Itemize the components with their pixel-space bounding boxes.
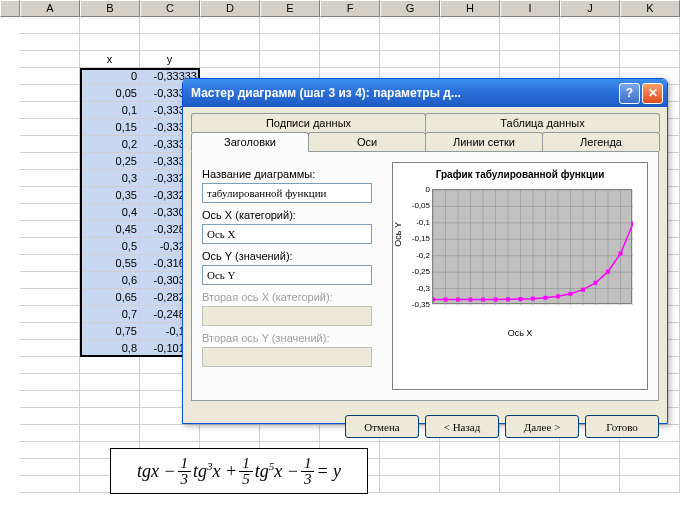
cell[interactable]: [20, 136, 80, 153]
cell[interactable]: [500, 17, 560, 34]
cell[interactable]: 0,15: [80, 119, 140, 136]
cell[interactable]: 0,2: [80, 136, 140, 153]
cell[interactable]: [80, 425, 140, 442]
col-header-I[interactable]: I: [500, 0, 560, 17]
cell[interactable]: [500, 51, 560, 68]
cell[interactable]: 0,7: [80, 306, 140, 323]
cell[interactable]: [20, 306, 80, 323]
cell[interactable]: 0,6: [80, 272, 140, 289]
cell[interactable]: [320, 34, 380, 51]
cell[interactable]: [20, 425, 80, 442]
tab-gridlines[interactable]: Линии сетки: [425, 132, 543, 151]
cell[interactable]: [20, 340, 80, 357]
cell[interactable]: [620, 34, 680, 51]
col-header-D[interactable]: D: [200, 0, 260, 17]
back-button[interactable]: < Назад: [425, 415, 499, 438]
cell[interactable]: [20, 357, 80, 374]
cell[interactable]: [380, 459, 440, 476]
cell[interactable]: [20, 374, 80, 391]
cell[interactable]: [20, 119, 80, 136]
col-header-B[interactable]: B: [80, 0, 140, 17]
cell[interactable]: x: [80, 51, 140, 68]
cell[interactable]: [80, 17, 140, 34]
cell[interactable]: [20, 17, 80, 34]
cell[interactable]: 0,8: [80, 340, 140, 357]
cell[interactable]: y: [140, 51, 200, 68]
cell[interactable]: [260, 51, 320, 68]
cell[interactable]: [20, 255, 80, 272]
cell[interactable]: [140, 17, 200, 34]
cell[interactable]: [20, 68, 80, 85]
cell[interactable]: 0,35: [80, 187, 140, 204]
cell[interactable]: [260, 34, 320, 51]
cell[interactable]: [200, 51, 260, 68]
cell[interactable]: [20, 272, 80, 289]
cell[interactable]: [20, 102, 80, 119]
y-axis-input[interactable]: [202, 265, 372, 285]
cell[interactable]: 0,45: [80, 221, 140, 238]
cell[interactable]: 0: [80, 68, 140, 85]
cell[interactable]: [20, 323, 80, 340]
cell[interactable]: [20, 170, 80, 187]
col-header-H[interactable]: H: [440, 0, 500, 17]
cell[interactable]: 0,3: [80, 170, 140, 187]
cell[interactable]: [260, 17, 320, 34]
cell[interactable]: 0,55: [80, 255, 140, 272]
cell[interactable]: [20, 221, 80, 238]
cell[interactable]: [620, 459, 680, 476]
cell[interactable]: 0,75: [80, 323, 140, 340]
cell[interactable]: [440, 459, 500, 476]
cell[interactable]: [20, 289, 80, 306]
cell[interactable]: [80, 374, 140, 391]
corner-cell[interactable]: [0, 0, 20, 17]
finish-button[interactable]: Готово: [585, 415, 659, 438]
cell[interactable]: [20, 51, 80, 68]
cell[interactable]: [560, 51, 620, 68]
cell[interactable]: [20, 153, 80, 170]
cell[interactable]: 0,5: [80, 238, 140, 255]
cell[interactable]: 0,4: [80, 204, 140, 221]
cell[interactable]: [380, 51, 440, 68]
cell[interactable]: [80, 391, 140, 408]
cancel-button[interactable]: Отмена: [345, 415, 419, 438]
next-button[interactable]: Далее >: [505, 415, 579, 438]
cell[interactable]: [20, 238, 80, 255]
cell[interactable]: [200, 17, 260, 34]
cell[interactable]: [500, 459, 560, 476]
cell[interactable]: [620, 51, 680, 68]
tab-legend[interactable]: Легенда: [542, 132, 660, 151]
cell[interactable]: [80, 34, 140, 51]
cell[interactable]: 0,25: [80, 153, 140, 170]
cell[interactable]: [440, 34, 500, 51]
cell[interactable]: [440, 51, 500, 68]
col-header-J[interactable]: J: [560, 0, 620, 17]
cell[interactable]: [560, 34, 620, 51]
cell[interactable]: [20, 187, 80, 204]
cell[interactable]: [20, 476, 80, 493]
cell[interactable]: [20, 34, 80, 51]
col-header-C[interactable]: C: [140, 0, 200, 17]
cell[interactable]: [80, 357, 140, 374]
cell[interactable]: [80, 408, 140, 425]
cell[interactable]: [500, 34, 560, 51]
cell[interactable]: [500, 476, 560, 493]
cell[interactable]: [560, 476, 620, 493]
cell[interactable]: [20, 459, 80, 476]
cell[interactable]: [440, 476, 500, 493]
cell[interactable]: [380, 34, 440, 51]
col-header-G[interactable]: G: [380, 0, 440, 17]
cell[interactable]: [20, 391, 80, 408]
tab-axes[interactable]: Оси: [308, 132, 426, 151]
cell[interactable]: 0,05: [80, 85, 140, 102]
cell[interactable]: 0,65: [80, 289, 140, 306]
cell[interactable]: [140, 34, 200, 51]
cell[interactable]: [380, 476, 440, 493]
help-button[interactable]: ?: [619, 83, 640, 104]
cell[interactable]: [380, 17, 440, 34]
close-button[interactable]: ✕: [642, 83, 663, 104]
cell[interactable]: [320, 51, 380, 68]
col-header-F[interactable]: F: [320, 0, 380, 17]
col-header-A[interactable]: A: [20, 0, 80, 17]
cell[interactable]: 0,1: [80, 102, 140, 119]
cell[interactable]: [20, 408, 80, 425]
